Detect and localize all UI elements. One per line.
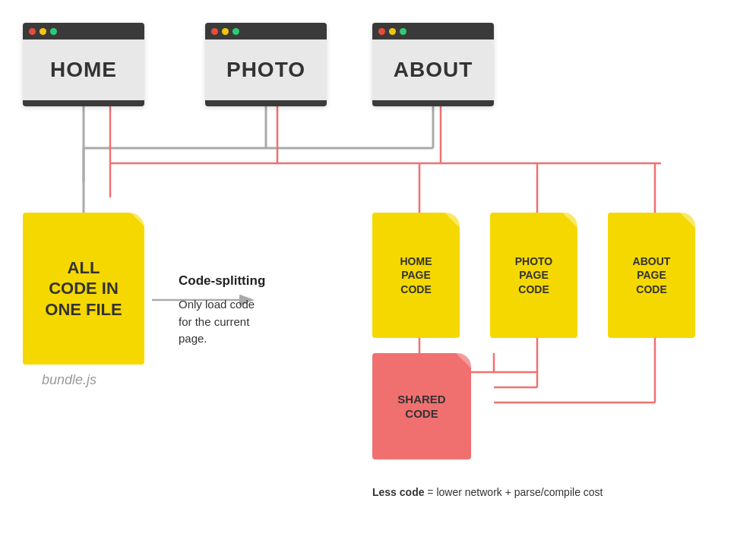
photo-page-corner (562, 213, 577, 228)
browser-about-bottom (372, 100, 494, 106)
about-page-corner (680, 213, 695, 228)
code-splitting-description: Only load code for the current page. (179, 296, 255, 348)
browser-about-label: ABOUT (394, 58, 473, 82)
shared-label: SHARED CODE (397, 392, 445, 421)
file-shared-code: SHARED CODE (372, 353, 471, 459)
dot-green-3 (400, 28, 406, 35)
shared-corner (456, 353, 471, 368)
home-page-corner (444, 213, 460, 228)
big-file-corner (131, 213, 144, 226)
browser-photo-body: PHOTO (205, 39, 327, 100)
dot-red-3 (378, 28, 385, 35)
dot-green-2 (232, 28, 239, 35)
browser-home-titlebar (23, 23, 144, 39)
footer-text: Less code = lower network + parse/compil… (372, 486, 603, 498)
file-about-page: ABOUT PAGE CODE (608, 213, 695, 338)
browser-photo: PHOTO (205, 23, 327, 106)
bundle-label: bundle.js (42, 372, 96, 388)
browser-photo-bottom (205, 100, 327, 106)
browser-about-titlebar (372, 23, 494, 39)
big-file-label: ALL CODE IN ONE FILE (45, 257, 122, 320)
dot-red (29, 28, 36, 35)
browser-home-label: HOME (50, 58, 117, 82)
about-page-label: ABOUT PAGE CODE (633, 254, 671, 296)
browser-about: ABOUT (372, 23, 494, 106)
photo-page-label: PHOTO PAGE CODE (515, 254, 553, 296)
code-splitting-title: Code-splitting (179, 273, 265, 289)
dot-red-2 (211, 28, 218, 35)
browser-photo-titlebar (205, 23, 327, 39)
dot-yellow-2 (222, 28, 229, 35)
home-page-label: HOME PAGE CODE (400, 254, 432, 296)
dot-yellow (40, 28, 46, 35)
dot-yellow-3 (389, 28, 396, 35)
big-file: ALL CODE IN ONE FILE (23, 213, 144, 365)
browser-home-body: HOME (23, 39, 144, 100)
dot-green (50, 28, 57, 35)
browser-home: HOME (23, 23, 144, 106)
browser-about-body: ABOUT (372, 39, 494, 100)
browser-home-bottom (23, 100, 144, 106)
diagram-container: HOME PHOTO ABOUT ALL CODE IN (0, 0, 756, 543)
file-home-page: HOME PAGE CODE (372, 213, 460, 338)
browser-photo-label: PHOTO (226, 58, 305, 82)
file-photo-page: PHOTO PAGE CODE (490, 213, 577, 338)
